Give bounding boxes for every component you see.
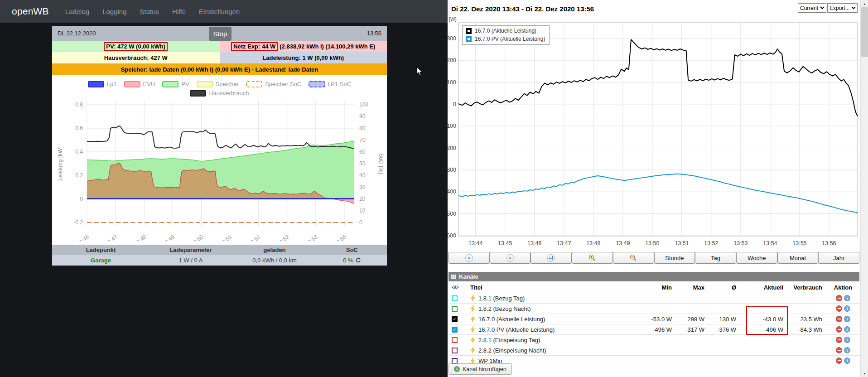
channel-visibility-checkbox[interactable] xyxy=(452,295,458,301)
skip-to-now-button[interactable]: ▶ xyxy=(530,252,572,264)
range-button-jahr[interactable]: Jahr xyxy=(818,252,859,264)
channel-visibility-cell xyxy=(448,306,462,312)
svg-text:13:45: 13:45 xyxy=(498,240,512,246)
channel-info-icon[interactable]: i xyxy=(844,295,850,301)
ladepunkt-col-geladen: geladen xyxy=(232,246,317,253)
channel-title[interactable]: 16.7.0 PV (Aktuelle Leistung) xyxy=(478,326,555,333)
channel-visibility-checkbox[interactable] xyxy=(452,358,458,364)
channel-title[interactable]: 16.7.0 (Aktuelle Leistung) xyxy=(478,316,545,323)
range-button-tag[interactable]: Tag xyxy=(695,252,736,264)
svg-text:13:52: 13:52 xyxy=(276,233,290,241)
channels-col-aktion: Aktion xyxy=(826,284,860,291)
channel-actions: i xyxy=(826,358,860,364)
channel-visibility-checkbox[interactable]: ✓ xyxy=(452,327,458,333)
minus-glyph xyxy=(838,298,841,299)
svg-text:13:46: 13:46 xyxy=(527,240,541,246)
nav-item-status[interactable]: Status xyxy=(140,8,159,15)
channel-info-icon[interactable]: i xyxy=(844,358,850,364)
legend-swatch xyxy=(197,81,213,87)
svg-text:60: 60 xyxy=(359,149,366,155)
channel-title[interactable]: 2.8.1 (Einspeisung Tag) xyxy=(478,337,540,343)
remove-channel-icon[interactable] xyxy=(836,347,842,353)
channels-title: Kanäle xyxy=(459,273,478,280)
scrollbar-up-icon[interactable]: ▲ xyxy=(861,0,868,7)
channel-title[interactable]: 1.8.1 (Bezug Tag) xyxy=(478,295,525,302)
channel-info-icon[interactable]: i xyxy=(844,326,850,333)
channel-title[interactable]: 1.8.2 (Bezug Nacht) xyxy=(478,305,531,312)
channel-info-icon[interactable]: i xyxy=(844,316,850,322)
svg-text:10: 10 xyxy=(359,208,366,214)
chart-legend: Lp1EVUPVSpeicherSpeicher SoCLP1 SoC Haus… xyxy=(52,75,387,97)
nav-item-einstellungen[interactable]: Einstellungen xyxy=(199,8,240,15)
channel-actions: i xyxy=(826,326,860,333)
minus-glyph xyxy=(838,319,841,319)
legend-swatch xyxy=(88,81,104,87)
svg-text:0: 0 xyxy=(453,101,456,107)
nav-item-hilfe[interactable]: Hilfe xyxy=(172,8,186,15)
zoom-in-icon xyxy=(588,254,596,261)
channel-visibility-checkbox[interactable] xyxy=(452,337,458,343)
channels-table-body: 1.8.1 (Bezug Tag)i1.8.2 (Bezug Nacht)i✓1… xyxy=(448,293,860,366)
add-channel-label: Kanal hinzufügen xyxy=(463,366,506,372)
scrollbar-thumb[interactable] xyxy=(861,7,868,57)
remove-channel-icon[interactable] xyxy=(836,305,842,312)
svg-text:13:44: 13:44 xyxy=(468,240,482,246)
range-button-woche[interactable]: Woche xyxy=(736,252,777,264)
eye-icon[interactable] xyxy=(452,285,459,290)
lightning-icon xyxy=(470,337,475,343)
channel-visibility-checkbox[interactable] xyxy=(452,306,458,312)
svg-text:13:48: 13:48 xyxy=(133,233,147,241)
rewind-icon: « xyxy=(465,254,473,262)
channel-info-icon[interactable]: i xyxy=(844,347,850,353)
channel-row: 2.8.1 (Einspeisung Tag)i xyxy=(448,335,860,345)
range-button-stunde[interactable]: Stunde xyxy=(654,252,695,264)
svg-text:13:51: 13:51 xyxy=(675,240,689,246)
remove-channel-icon[interactable] xyxy=(836,326,842,333)
skip-glyph: ▶ xyxy=(550,256,553,260)
stop-button[interactable]: Stop xyxy=(209,27,231,41)
lightning-icon xyxy=(470,358,475,364)
svg-text:Leistung [kW]: Leistung [kW] xyxy=(57,146,63,181)
svg-text:0: 0 xyxy=(359,219,362,226)
openwb-card-header: Di, 22.12.2020 13:56 Stop xyxy=(52,26,387,41)
nav-item-logging[interactable]: Logging xyxy=(102,8,126,15)
netz-value-highlight: Netz Exp: 44 W xyxy=(231,42,278,51)
scrollbar-down-icon[interactable]: ▼ xyxy=(861,370,868,377)
vertical-scrollbar[interactable]: ▲ ▼ xyxy=(860,0,868,377)
channel-info-icon[interactable]: i xyxy=(844,305,850,312)
channel-title[interactable]: 2.8.2 (Einspeisung Nacht) xyxy=(478,347,546,354)
current-select[interactable]: Current xyxy=(798,3,826,13)
channel-visibility-checkbox[interactable]: ✓ xyxy=(452,316,458,322)
pv-value-highlight: PV: 472 W (0,00 kWh) xyxy=(104,42,168,51)
nav-item-ladelog[interactable]: Ladelog xyxy=(65,8,89,15)
export-select[interactable]: Export... xyxy=(827,3,858,13)
svg-text:70: 70 xyxy=(359,137,366,143)
openwb-panel: openWB LadelogLoggingStatusHilfeEinstell… xyxy=(0,0,448,377)
chart-legend-row1: Lp1EVUPVSpeicherSpeicher SoCLP1 SoC xyxy=(52,80,387,88)
range-button-monat[interactable]: Monat xyxy=(777,252,819,264)
remove-channel-icon[interactable] xyxy=(836,295,842,301)
rewind-button[interactable]: « xyxy=(448,252,490,264)
channel-title-cell: 2.8.1 (Einspeisung Tag) xyxy=(462,337,637,343)
channel-visibility-checkbox[interactable] xyxy=(452,348,458,353)
forward-button[interactable]: » xyxy=(490,252,531,264)
remove-channel-icon[interactable] xyxy=(836,358,842,364)
channels-header-bar: Kanäle xyxy=(448,272,859,281)
remove-channel-icon[interactable] xyxy=(836,316,842,322)
channels-col-aktuell: Aktuell xyxy=(740,284,787,291)
svg-text:100: 100 xyxy=(359,102,368,108)
refresh-icon[interactable] xyxy=(355,257,361,263)
svg-text:13:47: 13:47 xyxy=(104,233,119,241)
remove-channel-icon[interactable] xyxy=(836,337,842,343)
svg-text:13:54: 13:54 xyxy=(763,240,777,246)
zoom-in-button[interactable] xyxy=(572,252,613,264)
svg-text:13:47: 13:47 xyxy=(557,240,571,246)
pv-netz-row: PV: 472 W (0,00 kWh) Netz Exp: 44 W (2.8… xyxy=(52,41,387,52)
soc-value: 0 % xyxy=(343,257,353,264)
ladeleistung-label: Ladeleistung: 1 W (0,00 kWh) xyxy=(262,54,344,61)
zoom-out-button[interactable] xyxy=(613,252,654,264)
channel-info-icon[interactable]: i xyxy=(844,337,850,343)
add-channel-button[interactable]: + Kanal hinzufügen xyxy=(448,363,512,375)
channel-row: ✓16.7.0 PV (Aktuelle Leistung)-496 W-317… xyxy=(448,324,860,335)
openwb-brand[interactable]: openWB xyxy=(12,6,49,17)
